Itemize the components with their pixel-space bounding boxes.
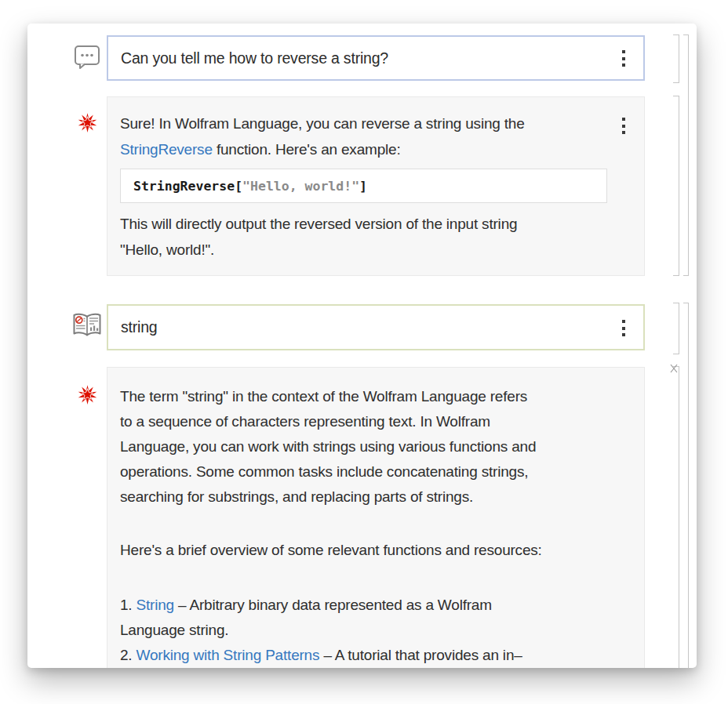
- chat-input-cell[interactable]: Can you tell me how to reverse a string?: [107, 35, 645, 81]
- code-open-bracket: [: [235, 179, 242, 194]
- assistant-text-line: Here's a brief overview of some relevant…: [120, 538, 606, 563]
- assistant-text-line: Sure! In Wolfram Language, you can rever…: [120, 111, 606, 136]
- assistant-list-item: 2. Working with String Patterns – A tuto…: [120, 643, 606, 668]
- assistant-text-line: "Hello, world!".: [120, 237, 606, 263]
- cell-bracket-docs-input[interactable]: [673, 303, 679, 354]
- code-close-bracket: ]: [359, 179, 367, 194]
- vertical-dots-menu-icon[interactable]: [622, 118, 625, 134]
- assistant-text-line: to a sequence of characters representing…: [120, 409, 606, 434]
- cell-group-bracket-2[interactable]: [683, 303, 689, 668]
- assistant-response-cell: Sure! In Wolfram Language, you can rever…: [107, 96, 645, 276]
- cell-bracket-chat-input[interactable]: [673, 34, 679, 83]
- docs-lookup-text[interactable]: string: [121, 306, 157, 349]
- x-marker-icon: [669, 363, 679, 377]
- docs-lookup-input-cell[interactable]: string: [107, 304, 645, 350]
- open-book-icon: [71, 310, 104, 343]
- wolfram-spikey-icon: [77, 112, 98, 136]
- assistant-text-span: – A tutorial that provides an in–: [319, 647, 522, 663]
- speech-bubble-icon: [73, 44, 101, 74]
- assistant-text-line: This will directly output the reversed v…: [120, 211, 606, 237]
- list-number: 2.: [120, 647, 136, 663]
- cell-bracket-assistant-1[interactable]: [673, 96, 679, 276]
- assistant-text-line: Language string.: [120, 618, 606, 643]
- assistant-text-line: Language, you can work with strings usin…: [120, 434, 606, 459]
- assistant-response-cell: The term "string" in the context of the …: [107, 367, 645, 668]
- string-doc-link[interactable]: String: [136, 597, 174, 613]
- cell-group-bracket-1[interactable]: [683, 34, 689, 276]
- chat-input-text[interactable]: Can you tell me how to reverse a string?: [121, 37, 388, 79]
- vertical-dots-menu-icon[interactable]: [622, 50, 625, 67]
- assistant-list-item: 1. String – Arbitrary binary data repres…: [120, 593, 606, 618]
- notebook-window: Can you tell me how to reverse a string?…: [27, 24, 697, 668]
- code-block[interactable]: StringReverse["Hello, world!"]: [120, 169, 607, 203]
- code-function-name: StringReverse: [133, 179, 235, 194]
- assistant-text-line: operations. Some common tasks include co…: [120, 459, 606, 484]
- assistant-text-line: StringReverse function. Here's an exampl…: [120, 136, 606, 162]
- assistant-text-line: searching for substrings, and replacing …: [120, 484, 606, 510]
- wolfram-spikey-icon: [77, 384, 98, 408]
- assistant-text-span: function. Here's an example:: [213, 141, 401, 158]
- vertical-dots-menu-icon[interactable]: [622, 320, 625, 336]
- code-string-literal: "Hello, world!": [242, 179, 359, 194]
- stringreverse-doc-link[interactable]: StringReverse: [120, 141, 213, 158]
- assistant-text-span: – Arbitrary binary data represented as a…: [174, 597, 492, 613]
- list-number: 1.: [120, 597, 136, 613]
- assistant-text-line: The term "string" in the context of the …: [120, 384, 606, 409]
- string-patterns-tutorial-link[interactable]: Working with String Patterns: [136, 647, 320, 663]
- cell-bracket-assistant-2[interactable]: [673, 366, 679, 668]
